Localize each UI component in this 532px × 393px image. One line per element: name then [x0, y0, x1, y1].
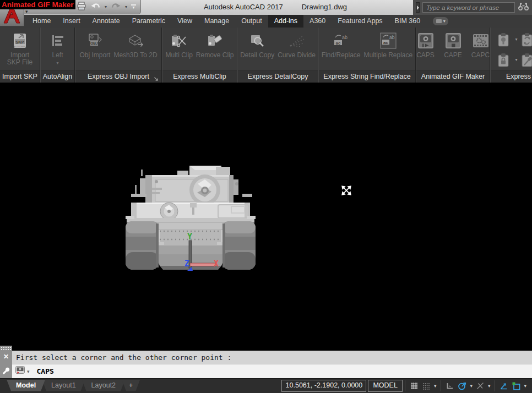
snap-icon[interactable]	[421, 380, 432, 391]
svg-text:OBJ: OBJ	[91, 41, 99, 45]
isodraft-icon[interactable]	[475, 380, 486, 391]
button-label: Find/Replace	[322, 52, 361, 59]
dropdown-caret-icon[interactable]: ▾	[513, 57, 520, 62]
snap-caret-icon[interactable]: ▾	[433, 383, 438, 389]
tab-a360[interactable]: A360	[303, 15, 332, 28]
button-label: Multiple Replace	[364, 52, 413, 59]
panel-express-clipboard: ▾▾Express Clipboard	[490, 28, 532, 83]
button-label: Mesh3D To 2D	[113, 52, 157, 59]
help-search-panel	[413, 0, 532, 15]
redo-caret-icon[interactable]: ▾	[125, 4, 127, 9]
caps-command-icon[interactable]	[15, 366, 25, 377]
tab-view[interactable]: View	[171, 15, 198, 28]
object-snap-tracking-icon[interactable]	[498, 380, 509, 391]
tab-featured-apps[interactable]: Featured Apps	[332, 15, 388, 28]
ribbon-display-caret-icon: ▾	[443, 19, 446, 24]
panel-body-autoalign: Left▾	[41, 28, 74, 70]
tab-home[interactable]: Home	[26, 15, 57, 28]
grid-icon[interactable]	[409, 380, 420, 391]
redo-icon[interactable]	[111, 2, 121, 12]
tab-bim-360[interactable]: BIM 360	[389, 15, 427, 28]
new-layout-button[interactable]: +	[122, 380, 140, 391]
search-input[interactable]	[422, 2, 515, 13]
clipboard-tools-icon	[520, 52, 532, 68]
panel-launcher-icon[interactable]	[154, 74, 159, 83]
button-multi-clip[interactable]: Multi Clip	[164, 30, 194, 59]
capc-config-icon	[472, 31, 490, 51]
model-space-button[interactable]: MODEL	[368, 380, 402, 392]
ortho-polar-group: ▾ ▾	[443, 380, 492, 391]
panel-label-express-obj-import: Express OBJ Import	[75, 70, 161, 83]
button-multiple-replace[interactable]: abacMultiple Replace	[362, 30, 415, 59]
osnap-caret-icon[interactable]: ▾	[523, 383, 528, 389]
right-track	[222, 221, 256, 270]
object-snap-icon[interactable]	[511, 380, 522, 391]
svg-text:SKP: SKP	[15, 40, 24, 45]
button-curve-divide[interactable]: Curve Divide	[276, 30, 317, 59]
button-caps[interactable]: CAPS	[412, 30, 439, 59]
ribbon-tab-row: HomeInsertAnnotateParametricViewManageOu…	[0, 15, 532, 28]
panel-express-obj-import: OBJObj ImportMesh3D To 2DExpress OBJ Imp…	[75, 28, 162, 83]
button-clipboard-bulb[interactable]	[496, 31, 511, 48]
move-cursor	[340, 184, 353, 197]
polar-tracking-icon[interactable]	[457, 380, 468, 391]
tab-insert[interactable]: Insert	[57, 15, 86, 28]
cape-stop-icon	[444, 31, 462, 51]
button-label: CAPC	[471, 52, 490, 59]
button-clipboard-lock[interactable]	[496, 52, 511, 68]
undo-caret-icon[interactable]: ▾	[105, 4, 107, 9]
ribbon-display-icon	[436, 19, 442, 23]
panel-body-express-multiclip: Multi ClipRemove Clip	[162, 28, 237, 70]
animated-gif-maker-tooltip: Animated GIF Maker	[0, 0, 75, 9]
command-input-row[interactable]: ▾ CAPS	[12, 364, 532, 378]
dropdown-caret-icon[interactable]: ▾	[513, 37, 520, 42]
printer-icon[interactable]	[77, 2, 86, 13]
layout-tab-model[interactable]: Model	[7, 380, 45, 391]
layout-tab-layout2[interactable]: Layout2	[82, 380, 125, 391]
mesh3d-to-2d-icon	[126, 31, 145, 51]
binoculars-icon[interactable]	[518, 2, 529, 13]
button-label: Left	[52, 52, 63, 59]
drawing-canvas[interactable]: Y Z X	[0, 83, 532, 346]
button-left[interactable]: Left▾	[44, 30, 72, 67]
isodraft-caret-icon[interactable]: ▾	[487, 383, 492, 389]
ribbon-display-toggle-button[interactable]: ▾	[433, 17, 448, 25]
dropdown-caret-icon: ▾	[56, 59, 58, 67]
application-menu-caret-icon[interactable]: ▾	[25, 9, 28, 14]
button-import-skp-file[interactable]: SKPAUTODESKImportSKP File	[6, 30, 34, 67]
command-window-grip[interactable]	[1, 346, 12, 351]
button-find-replace[interactable]: abacFind/Replace	[320, 30, 362, 59]
panel-label-animated-gif-maker: Animated GIF Maker	[416, 70, 490, 83]
undo-icon[interactable]	[90, 2, 101, 12]
button-detail-copy[interactable]: Detail Copy	[238, 30, 276, 59]
wrench-icon[interactable]	[2, 367, 10, 378]
align-left-icon	[50, 31, 66, 51]
status-separator	[495, 380, 495, 391]
command-input-value[interactable]: CAPS	[37, 367, 54, 375]
tab-output[interactable]: Output	[235, 15, 268, 28]
panel-autoalign: Left▾AutoAlign	[40, 28, 75, 83]
tab-annotate[interactable]: Annotate	[86, 15, 126, 28]
layout-tab-layout1[interactable]: Layout1	[42, 380, 85, 391]
search-expand-icon[interactable]	[416, 2, 420, 13]
customize-quick-access-icon[interactable]: ▾	[131, 4, 136, 9]
button-clipboard-recycle[interactable]	[520, 31, 532, 48]
close-icon[interactable]: ✕	[0, 353, 12, 361]
button-label: ImportSKP File	[7, 52, 32, 66]
tab-add-ins[interactable]: Add-ins	[268, 15, 303, 28]
detail-copy-icon	[249, 31, 265, 51]
command-dropdown-caret-icon[interactable]: ▾	[27, 369, 30, 374]
panel-label-express-detailcopy: Express DetailCopy	[238, 70, 318, 83]
button-cape[interactable]: CAPE	[439, 30, 467, 59]
tooltip-text: Animated GIF Maker	[2, 1, 74, 9]
button-remove-clip[interactable]: Remove Clip	[194, 30, 236, 59]
grid-snap-group: ▾	[408, 380, 439, 391]
ortho-icon[interactable]	[444, 380, 455, 391]
tab-parametric[interactable]: Parametric	[126, 15, 171, 28]
polar-caret-icon[interactable]: ▾	[469, 383, 474, 389]
button-obj-import[interactable]: OBJObj Import	[78, 30, 112, 59]
tab-manage[interactable]: Manage	[198, 15, 235, 28]
ribbon-panel-row: SKPAUTODESKImportSKP FileImport SKPLeft▾…	[0, 28, 532, 83]
button-mesh3d-to-2d[interactable]: Mesh3D To 2D	[112, 30, 159, 59]
button-clipboard-tools[interactable]	[520, 52, 532, 68]
